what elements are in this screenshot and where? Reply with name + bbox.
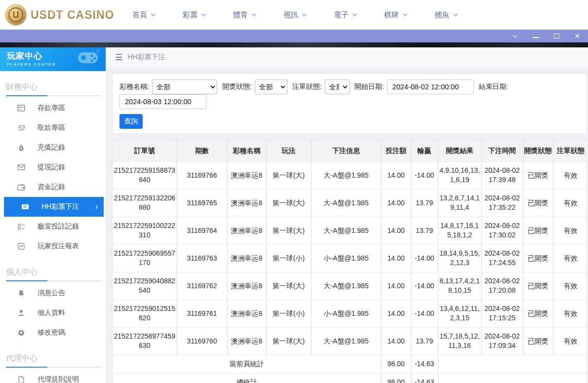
table-row: 215217225901251562031169761澳洲幸运8第一球(小)小-… — [113, 300, 588, 327]
logo-text: USDT CASINO — [31, 8, 114, 22]
query-button[interactable]: 查詢 — [119, 114, 143, 129]
chevron-down-icon — [151, 11, 156, 16]
filter-panel: 彩種名稱: 全部 開獎狀態: 全部 注單狀態: 全部 — [112, 73, 587, 134]
window-maximize-icon[interactable] — [552, 32, 560, 40]
table-row: 215217225915887384031169766澳洲幸运8第一球(大)大-… — [113, 161, 588, 189]
table-cell: 14.00 — [381, 161, 411, 189]
end-date-label: 結束日期: — [479, 82, 509, 91]
table-cell: 澳洲幸运8 — [227, 327, 266, 355]
column-header: 開獎結果 — [438, 141, 481, 161]
sidebar-section-title: 個人中心 — [0, 263, 106, 280]
hamburger-menu-icon[interactable]: ☰ — [115, 52, 122, 63]
table-cell: 第一球(小) — [266, 300, 311, 327]
sidebar-item-取款專區[interactable]: 取款專區› — [0, 118, 106, 138]
sidebar-item-label: 充值記錄 — [38, 143, 65, 152]
sidebar-item-充值記錄[interactable]: 充值記錄› — [0, 138, 106, 157]
table-cell: 澳洲幸运8 — [227, 161, 266, 189]
sidebar-item-個人資料[interactable]: 個人資料› — [0, 303, 106, 323]
table-cell: -14.00 — [411, 161, 438, 189]
sidebar-section-title: 代理中心 — [0, 349, 106, 367]
table-cell: 15,7,18,5,12,11,3,16 — [438, 327, 481, 355]
nav-item-label: 視訊 — [283, 10, 298, 20]
table-cell: 小-A盤@1.985 — [311, 244, 381, 272]
sidebar-item-存款專區[interactable]: 存款專區› — [0, 98, 106, 118]
sidebar-item-HH彩票下注[interactable]: HH彩票下注› — [4, 197, 104, 217]
nav-item[interactable]: 首頁 — [132, 10, 155, 20]
table-cell: 14.00 — [381, 217, 411, 244]
table-cell: 18,14,9,5,15,2,12,3 — [438, 244, 481, 272]
table-cell: 13.79 — [411, 327, 438, 355]
sidebar-item-修改密碼[interactable]: 修改密碼› — [0, 323, 106, 343]
summary-label: 總統計 — [113, 373, 381, 383]
table-cell: 已開獎 — [523, 244, 553, 272]
moneybag-icon — [17, 143, 26, 152]
column-header: 玩法 — [266, 141, 311, 161]
table-cell: 8,13,17,4,2,18,10,15 — [438, 272, 481, 300]
column-header: 期數 — [177, 141, 227, 161]
table-cell: 2024-08-02 17:30:02 — [481, 217, 523, 244]
draw-status-select[interactable]: 全部 — [255, 79, 287, 94]
end-date-input[interactable] — [119, 94, 206, 109]
table-cell: 第一球(大) — [266, 161, 311, 189]
table-cell: 31169760 — [177, 327, 227, 355]
sidebar-item-代理規則說明[interactable]: 代理規則說明› — [0, 370, 106, 383]
summary-bet-total: 98.00 — [381, 373, 411, 383]
wallet-icon — [17, 183, 26, 192]
sidebar-section: 代理中心代理規則說明› — [0, 349, 106, 383]
nav-item-label: 體育 — [233, 10, 248, 20]
table-cell: 有效 — [553, 300, 588, 327]
window-minimize-icon[interactable] — [532, 32, 540, 40]
window-close-icon[interactable]: ✕ — [573, 32, 581, 40]
nav-item[interactable]: 電子 — [334, 10, 356, 20]
main-content: ☰ HH彩票下注 彩種名稱: 全部 開獎狀態: 全部 注單狀態: — [106, 47, 588, 383]
page-title: HH彩票下注 — [127, 53, 165, 62]
nav-item[interactable]: 彩票 — [183, 10, 205, 20]
envelope-icon — [17, 163, 26, 172]
sidebar-item-廳室投註記錄[interactable]: 廳室投註記錄› — [0, 217, 106, 236]
sidebar-item-label: 存款專區 — [38, 104, 65, 113]
sidebar-section: 財務中心存款專區›取款專區›充值記錄›提現記錄›資金記錄›HH彩票下注›廳室投註… — [0, 78, 106, 256]
sidebar: 玩家中心 PLAYERS CENTER 財務中心存款專區›取款專區›充值記錄›提… — [0, 47, 106, 383]
table-cell: 13,2,6,7,14,19,11,4 — [438, 189, 481, 217]
chevron-down-icon — [353, 11, 357, 16]
order-status-select[interactable]: 全部 — [325, 79, 350, 94]
section-underline — [6, 95, 102, 96]
top-header: U USDT CASINO 首頁彩票體育視訊電子棋牌捕魚 — [0, 0, 588, 30]
summary-label: 當前頁統計 — [113, 355, 381, 373]
chevron-down-icon — [403, 11, 408, 16]
table-cell: 2024-08-02 17:24:55 — [481, 244, 523, 272]
sidebar-item-消息公告[interactable]: 消息公告› — [0, 283, 106, 303]
sidebar-item-label: 個人資料 — [38, 308, 65, 317]
sidebar-item-提現記錄[interactable]: 提現記錄› — [0, 157, 106, 177]
nav-item[interactable]: 棋牌 — [384, 10, 407, 20]
table-cell: 已開獎 — [523, 272, 553, 300]
table-row: 215217225897745963031169760澳洲幸运8第一球(大)大-… — [113, 327, 588, 355]
start-date-input[interactable] — [387, 79, 474, 94]
table-cell: 2152172259040882540 — [113, 272, 177, 300]
nav-item[interactable]: 捕魚 — [434, 10, 457, 20]
table-cell: 2152172258977459630 — [113, 327, 177, 355]
table-cell: 14.00 — [381, 327, 411, 355]
table-cell: 第一球(大) — [266, 327, 311, 355]
gear-icon — [17, 328, 26, 337]
sidebar-item-資金記錄[interactable]: 資金記錄› — [0, 177, 106, 197]
nav-item[interactable]: 體育 — [233, 10, 256, 20]
window-collapse-icon[interactable] — [511, 32, 519, 40]
table-cell: 2152172259158873840 — [113, 161, 177, 189]
window-titlebar: ✕ — [0, 30, 588, 42]
table-cell: 2024-08-02 17:09:34 — [481, 327, 523, 355]
nav-item[interactable]: 視訊 — [283, 10, 306, 20]
lottery-name-select[interactable]: 全部 — [152, 79, 217, 94]
document-icon — [17, 375, 26, 383]
table-cell: 2152172259132206880 — [113, 189, 177, 217]
chevron-down-icon — [201, 11, 206, 16]
column-header: 下注時間 — [481, 141, 523, 161]
table-cell: 已開獎 — [523, 300, 553, 327]
logo[interactable]: U USDT CASINO — [5, 4, 118, 26]
sidebar-item-玩家投注報表[interactable]: 玩家投注報表› — [0, 236, 106, 256]
order-status-label: 注單狀態: — [292, 82, 322, 91]
table-cell: 31169763 — [177, 244, 227, 272]
sidebar-item-label: 修改密碼 — [38, 328, 65, 337]
table-cell: 有效 — [553, 217, 588, 244]
coin-letter: U — [8, 7, 23, 22]
